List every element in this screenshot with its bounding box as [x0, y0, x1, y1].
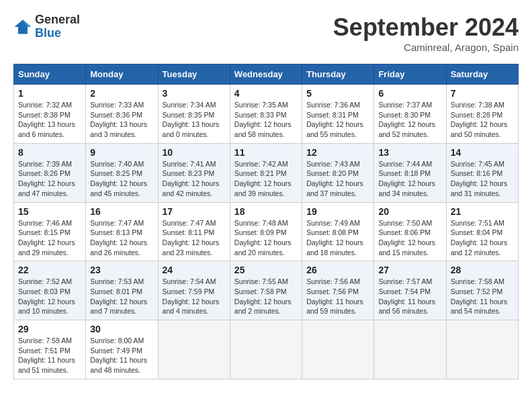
page-header: General Blue September 2024 Caminreal, A…	[13, 13, 519, 53]
table-row: 14Sunrise: 7:45 AMSunset: 8:16 PMDayligh…	[446, 143, 518, 202]
table-row: 13Sunrise: 7:44 AMSunset: 8:18 PMDayligh…	[374, 143, 446, 202]
day-number: 23	[90, 265, 153, 275]
table-row: 24Sunrise: 7:54 AMSunset: 7:59 PMDayligh…	[158, 261, 230, 320]
col-monday: Monday	[86, 64, 158, 85]
day-number: 1	[18, 88, 81, 99]
day-number: 4	[234, 88, 298, 99]
calendar-week-row: 1Sunrise: 7:32 AMSunset: 8:38 PMDaylight…	[14, 85, 519, 144]
day-number: 27	[378, 265, 441, 275]
day-info: Sunrise: 7:44 AMSunset: 8:18 PMDaylight:…	[378, 159, 441, 199]
day-number: 25	[234, 265, 298, 275]
table-row: 9Sunrise: 7:40 AMSunset: 8:25 PMDaylight…	[86, 143, 158, 202]
table-row: 25Sunrise: 7:55 AMSunset: 7:58 PMDayligh…	[230, 261, 302, 320]
day-info: Sunrise: 7:42 AMSunset: 8:21 PMDaylight:…	[234, 159, 298, 199]
table-row: 5Sunrise: 7:36 AMSunset: 8:31 PMDaylight…	[302, 85, 374, 144]
day-info: Sunrise: 7:41 AMSunset: 8:23 PMDaylight:…	[163, 159, 226, 199]
table-row	[158, 320, 230, 379]
day-info: Sunrise: 7:50 AMSunset: 8:06 PMDaylight:…	[378, 218, 441, 258]
logo-icon	[13, 17, 32, 36]
day-info: Sunrise: 7:55 AMSunset: 7:58 PMDaylight:…	[234, 277, 298, 316]
location: Caminreal, Aragon, Spain	[333, 42, 519, 53]
table-row: 28Sunrise: 7:58 AMSunset: 7:52 PMDayligh…	[446, 261, 518, 320]
calendar-week-row: 22Sunrise: 7:52 AMSunset: 8:03 PMDayligh…	[14, 261, 519, 320]
day-number: 6	[378, 88, 441, 99]
table-row	[374, 320, 446, 379]
day-info: Sunrise: 7:35 AMSunset: 8:33 PMDaylight:…	[234, 100, 298, 140]
day-info: Sunrise: 7:51 AMSunset: 8:04 PMDaylight:…	[451, 218, 514, 258]
title-section: September 2024 Caminreal, Aragon, Spain	[333, 13, 519, 53]
col-friday: Friday	[374, 64, 446, 85]
day-number: 9	[90, 147, 153, 158]
day-info: Sunrise: 8:00 AMSunset: 7:49 PMDaylight:…	[90, 336, 153, 375]
day-info: Sunrise: 7:48 AMSunset: 8:09 PMDaylight:…	[234, 218, 298, 258]
table-row: 7Sunrise: 7:38 AMSunset: 8:28 PMDaylight…	[446, 85, 518, 144]
day-number: 8	[18, 147, 81, 158]
col-saturday: Saturday	[446, 64, 518, 85]
day-number: 10	[163, 147, 226, 158]
table-row: 4Sunrise: 7:35 AMSunset: 8:33 PMDaylight…	[230, 85, 302, 144]
table-row: 15Sunrise: 7:46 AMSunset: 8:15 PMDayligh…	[14, 202, 86, 261]
table-row: 3Sunrise: 7:34 AMSunset: 8:35 PMDaylight…	[158, 85, 230, 144]
calendar-header-row: Sunday Monday Tuesday Wednesday Thursday…	[14, 64, 519, 85]
table-row: 1Sunrise: 7:32 AMSunset: 8:38 PMDaylight…	[14, 85, 86, 144]
logo: General Blue	[13, 13, 80, 40]
day-number: 12	[306, 147, 369, 158]
day-number: 29	[18, 324, 81, 334]
day-info: Sunrise: 7:36 AMSunset: 8:31 PMDaylight:…	[306, 100, 369, 140]
col-thursday: Thursday	[302, 64, 374, 85]
day-info: Sunrise: 7:33 AMSunset: 8:36 PMDaylight:…	[90, 100, 153, 140]
table-row: 23Sunrise: 7:53 AMSunset: 8:01 PMDayligh…	[86, 261, 158, 320]
day-info: Sunrise: 7:47 AMSunset: 8:13 PMDaylight:…	[90, 218, 153, 258]
col-tuesday: Tuesday	[158, 64, 230, 85]
table-row: 19Sunrise: 7:49 AMSunset: 8:08 PMDayligh…	[302, 202, 374, 261]
logo-blue-text: Blue	[35, 26, 61, 40]
day-number: 15	[18, 206, 81, 217]
table-row: 22Sunrise: 7:52 AMSunset: 8:03 PMDayligh…	[14, 261, 86, 320]
day-number: 3	[163, 88, 226, 99]
day-number: 21	[451, 206, 514, 217]
month-title: September 2024	[333, 13, 519, 42]
table-row: 30Sunrise: 8:00 AMSunset: 7:49 PMDayligh…	[86, 320, 158, 379]
table-row	[446, 320, 518, 379]
day-info: Sunrise: 7:47 AMSunset: 8:11 PMDaylight:…	[163, 218, 226, 258]
day-number: 7	[451, 88, 514, 99]
table-row: 29Sunrise: 7:59 AMSunset: 7:51 PMDayligh…	[14, 320, 86, 379]
day-info: Sunrise: 7:40 AMSunset: 8:25 PMDaylight:…	[90, 159, 153, 199]
day-number: 17	[163, 206, 226, 217]
table-row	[230, 320, 302, 379]
calendar-table: Sunday Monday Tuesday Wednesday Thursday…	[13, 64, 519, 379]
col-wednesday: Wednesday	[230, 64, 302, 85]
table-row: 21Sunrise: 7:51 AMSunset: 8:04 PMDayligh…	[446, 202, 518, 261]
table-row: 6Sunrise: 7:37 AMSunset: 8:30 PMDaylight…	[374, 85, 446, 144]
table-row: 12Sunrise: 7:43 AMSunset: 8:20 PMDayligh…	[302, 143, 374, 202]
day-number: 30	[90, 324, 153, 334]
day-number: 26	[306, 265, 369, 275]
table-row: 2Sunrise: 7:33 AMSunset: 8:36 PMDaylight…	[86, 85, 158, 144]
day-number: 13	[378, 147, 441, 158]
table-row: 20Sunrise: 7:50 AMSunset: 8:06 PMDayligh…	[374, 202, 446, 261]
calendar-week-row: 8Sunrise: 7:39 AMSunset: 8:26 PMDaylight…	[14, 143, 519, 202]
table-row: 16Sunrise: 7:47 AMSunset: 8:13 PMDayligh…	[86, 202, 158, 261]
day-number: 14	[451, 147, 514, 158]
day-info: Sunrise: 7:52 AMSunset: 8:03 PMDaylight:…	[18, 277, 81, 316]
col-sunday: Sunday	[14, 64, 86, 85]
day-number: 5	[306, 88, 369, 99]
day-number: 19	[306, 206, 369, 217]
day-info: Sunrise: 7:57 AMSunset: 7:54 PMDaylight:…	[378, 277, 441, 316]
day-number: 2	[90, 88, 153, 99]
day-info: Sunrise: 7:43 AMSunset: 8:20 PMDaylight:…	[306, 159, 369, 199]
table-row: 27Sunrise: 7:57 AMSunset: 7:54 PMDayligh…	[374, 261, 446, 320]
day-number: 20	[378, 206, 441, 217]
day-info: Sunrise: 7:32 AMSunset: 8:38 PMDaylight:…	[18, 100, 81, 140]
day-number: 22	[18, 265, 81, 275]
table-row: 10Sunrise: 7:41 AMSunset: 8:23 PMDayligh…	[158, 143, 230, 202]
day-info: Sunrise: 7:38 AMSunset: 8:28 PMDaylight:…	[451, 100, 514, 140]
day-info: Sunrise: 7:45 AMSunset: 8:16 PMDaylight:…	[451, 159, 514, 199]
table-row: 8Sunrise: 7:39 AMSunset: 8:26 PMDaylight…	[14, 143, 86, 202]
day-number: 16	[90, 206, 153, 217]
day-number: 24	[163, 265, 226, 275]
day-info: Sunrise: 7:49 AMSunset: 8:08 PMDaylight:…	[306, 218, 369, 258]
table-row: 17Sunrise: 7:47 AMSunset: 8:11 PMDayligh…	[158, 202, 230, 261]
calendar-week-row: 29Sunrise: 7:59 AMSunset: 7:51 PMDayligh…	[14, 320, 519, 379]
day-info: Sunrise: 7:39 AMSunset: 8:26 PMDaylight:…	[18, 159, 81, 199]
